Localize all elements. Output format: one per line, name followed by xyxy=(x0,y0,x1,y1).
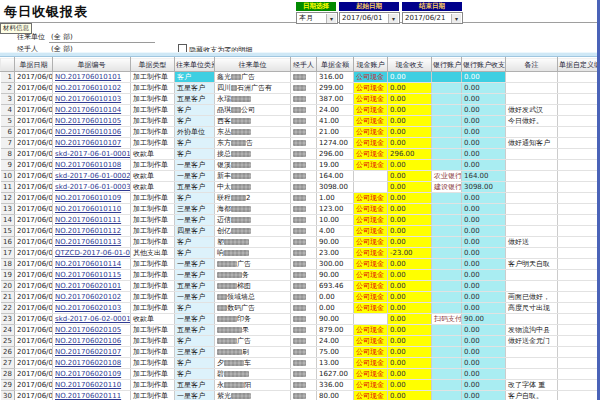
date-mode-chip[interactable]: 日期选择 xyxy=(296,2,336,11)
table-row[interactable]: 102017/06/01skd-2017-06-01-0002收款单一星客户新丰… xyxy=(1,171,598,182)
doc-no-link[interactable]: NO.201706010110 xyxy=(55,205,121,213)
chevron-down-icon[interactable]: ▾ xyxy=(388,14,398,23)
table-row[interactable]: 222017/06/02NO.201706020103加工制作单客户数码广告0.… xyxy=(1,303,598,314)
column-header[interactable]: 银行账户收支 xyxy=(462,58,506,72)
doc-no-link[interactable]: NO.201706010105 xyxy=(55,117,121,125)
doc-no-link[interactable]: NO.201706010107 xyxy=(55,139,121,147)
table-row[interactable]: 272017/06/02NO.201706020108加工制作单客户夕车13.0… xyxy=(1,358,598,369)
column-header[interactable]: 单据金额 xyxy=(317,58,354,72)
doc-no-link[interactable]: skd-2017-06-02-0001 xyxy=(55,315,131,323)
cash-flow-cell: 0.00 xyxy=(388,314,432,325)
remark-cell xyxy=(506,149,558,160)
unit-name-fragment: 中太 xyxy=(217,183,231,191)
date-mode-select[interactable]: 本月 ▾ xyxy=(296,12,338,24)
table-row[interactable]: 282017/06/02NO.201706020109加工制作单客户碧1627.… xyxy=(1,369,598,380)
table-row[interactable]: 152017/06/01NO.201706010112加工制作单四星客户创亿4.… xyxy=(1,226,598,237)
chevron-down-icon[interactable]: ▾ xyxy=(326,14,336,23)
column-header[interactable]: 单据日期 xyxy=(15,58,53,72)
doc-no-link[interactable]: NO.201706020109 xyxy=(55,370,121,378)
column-header[interactable]: 往来单位 xyxy=(215,58,291,72)
doc-no-link[interactable]: skd-2017-06-01-0001 xyxy=(55,150,131,158)
column-header[interactable]: 单据自定义编号 xyxy=(558,58,598,72)
table-row[interactable]: 182017/06/01NO.201706010114加工制作单一星客户广告30… xyxy=(1,259,598,270)
doc-no-link[interactable]: NO.201706020111 xyxy=(55,392,121,400)
table-row[interactable]: 292017/06/02NO.201706020110加工制作单五星客户永阳33… xyxy=(1,380,598,391)
handler-cell xyxy=(291,226,317,237)
column-header[interactable]: 单据编号 xyxy=(53,58,131,72)
doc-no-link[interactable]: NO.201706010103 xyxy=(55,95,121,103)
doc-no-link[interactable]: NO.201706010106 xyxy=(55,128,121,136)
doc-no-link[interactable]: NO.201706020105 xyxy=(55,326,121,334)
doc-no-link[interactable]: NO.201706010111 xyxy=(55,216,121,224)
table-row[interactable]: 22017/06/01NO.201706010102加工制作单五星客户四川石洲广… xyxy=(1,83,598,94)
column-header[interactable]: 现金收支 xyxy=(388,58,432,72)
table-row[interactable]: 52017/06/01NO.201706010105加工制作单客户西客41.00… xyxy=(1,116,598,127)
doc-no-link[interactable]: NO.201706010112 xyxy=(55,227,121,235)
column-header[interactable]: 银行账户 xyxy=(432,58,462,72)
redacted-text xyxy=(293,305,306,311)
table-row[interactable]: 132017/06/01NO.201706010110加工制作单三星客户海都12… xyxy=(1,204,598,215)
doc-no-link[interactable]: NO.201706020108 xyxy=(55,359,121,367)
end-date-chip[interactable]: 结束日期 xyxy=(402,2,462,11)
unit-name-cell: 鑫光广告 xyxy=(215,72,291,83)
doc-no-link[interactable]: NO.201706010108 xyxy=(55,161,121,169)
table-row[interactable]: 262017/06/02NO.201706020107加工制作单三星客户刷75.… xyxy=(1,347,598,358)
doc-no-link[interactable]: NO.201706010101 xyxy=(55,73,121,81)
doc-no-link[interactable]: NO.201706020107 xyxy=(55,348,121,356)
table-row[interactable]: 12017/06/01NO.201706010101加工制作单客户鑫光广告316… xyxy=(1,72,598,83)
column-header[interactable]: 经手人 xyxy=(291,58,317,72)
chevron-down-icon[interactable]: ▾ xyxy=(451,14,461,23)
table-row[interactable]: 202017/06/02NO.201706020101加工制作单五星客户棉图69… xyxy=(1,281,598,292)
doc-no-link[interactable]: skd-2017-06-01-0002 xyxy=(55,172,131,180)
unit-name-cell: 果 xyxy=(215,325,291,336)
table-row[interactable]: 72017/06/01NO.201706010107加工制作单客户东方告1274… xyxy=(1,138,598,149)
table-row[interactable]: 122017/06/01NO.201706010109加工制作单客户联程21.0… xyxy=(1,193,598,204)
table-row[interactable]: 142017/06/01NO.201706010111加工制作单一星客户迈信10… xyxy=(1,215,598,226)
table-row[interactable]: 212017/06/02NO.201706020102加工制作单一星客户领域墙总… xyxy=(1,292,598,303)
table-row[interactable]: 112017/06/01skd-2017-06-01-0003收款单五星客户中太… xyxy=(1,182,598,193)
doc-no-link[interactable]: NO.201706010114 xyxy=(55,260,121,268)
doc-no-link[interactable]: skd-2017-06-01-0003 xyxy=(55,183,131,191)
redacted-text xyxy=(217,338,237,344)
table-row[interactable]: 42017/06/01NO.201706010104加工制作单客户晶琪公司24.… xyxy=(1,105,598,116)
table-row[interactable]: 302017/06/02NO.201706020111加工制作单一星客户紫光80… xyxy=(1,391,598,400)
table-row[interactable]: 192017/06/01NO.201706010115加工制作单一星客户务90.… xyxy=(1,270,598,281)
unit-category-cell: 客户 xyxy=(175,336,215,347)
doc-no-link[interactable]: NO.201706020101 xyxy=(55,282,121,290)
doc-no-link[interactable]: NO.201706020110 xyxy=(55,381,121,389)
column-header[interactable]: 往来单位类别 xyxy=(175,58,215,72)
table-row[interactable]: 32017/06/01NO.201706010103加工制作单五星客户永瑞387… xyxy=(1,94,598,105)
doc-no-link[interactable]: NO.201706010104 xyxy=(55,106,121,114)
doc-no-link[interactable]: QTZCD-2017-06-01-0001 xyxy=(55,249,131,257)
doc-amount-cell: 90.00 xyxy=(317,270,354,281)
cash-account-cell: 公司现金 xyxy=(354,347,388,358)
doc-no-link[interactable]: NO.201706010115 xyxy=(55,271,121,279)
doc-no-link[interactable]: NO.201706010109 xyxy=(55,194,121,202)
doc-no-link[interactable]: NO.201706020106 xyxy=(55,337,121,345)
doc-no-link[interactable]: NO.201706010113 xyxy=(55,238,121,246)
doc-date-cell: 2017/06/02 xyxy=(15,369,53,380)
row-number-cell: 1 xyxy=(1,72,15,83)
table-row[interactable]: 172017/06/01QTZCD-2017-06-01-0001其他支出单客户… xyxy=(1,248,598,259)
table-row[interactable]: 92017/06/01NO.201706010108加工制作单一星客户银溪19.… xyxy=(1,160,598,171)
end-date-select[interactable]: 2017/06/21 ▾ xyxy=(402,12,463,24)
unit-name-cell: 晶琪公司 xyxy=(215,105,291,116)
column-header[interactable]: 现金账户 xyxy=(354,58,388,72)
column-header[interactable]: 单据类型 xyxy=(131,58,175,72)
table-row[interactable]: 82017/06/01skd-2017-06-01-0001收款单客户接总296… xyxy=(1,149,598,160)
doc-no-link[interactable]: NO.201706020103 xyxy=(55,304,121,312)
table-row[interactable]: 252017/06/02NO.201706020106加工制作单客户广告24.0… xyxy=(1,336,598,347)
table-row[interactable]: 62017/06/01NO.201706010106加工制作单外协单位东丛21.… xyxy=(1,127,598,138)
doc-amount-cell: 1274.00 xyxy=(317,138,354,149)
start-date-chip[interactable]: 起始日期 xyxy=(339,2,399,11)
doc-no-link[interactable]: NO.201706010102 xyxy=(55,84,121,92)
table-row[interactable]: 232017/06/02skd-2017-06-02-0001收款单一星客户印务… xyxy=(1,314,598,325)
start-date-select[interactable]: 2017/06/01 ▾ xyxy=(339,12,400,24)
column-header[interactable]: 备注 xyxy=(506,58,558,72)
doc-no-link[interactable]: NO.201706020102 xyxy=(55,293,121,301)
doc-no-cell: NO.201706020111 xyxy=(53,391,131,400)
table-row[interactable]: 162017/06/01NO.201706010113加工制作单客户塑90.00… xyxy=(1,237,598,248)
table-row[interactable]: 242017/06/02NO.201706020105加工制作单五星客户果879… xyxy=(1,325,598,336)
bank-flow-cell: 0.00 xyxy=(462,347,506,358)
unit-filter-input[interactable]: (全 部) xyxy=(49,32,155,43)
